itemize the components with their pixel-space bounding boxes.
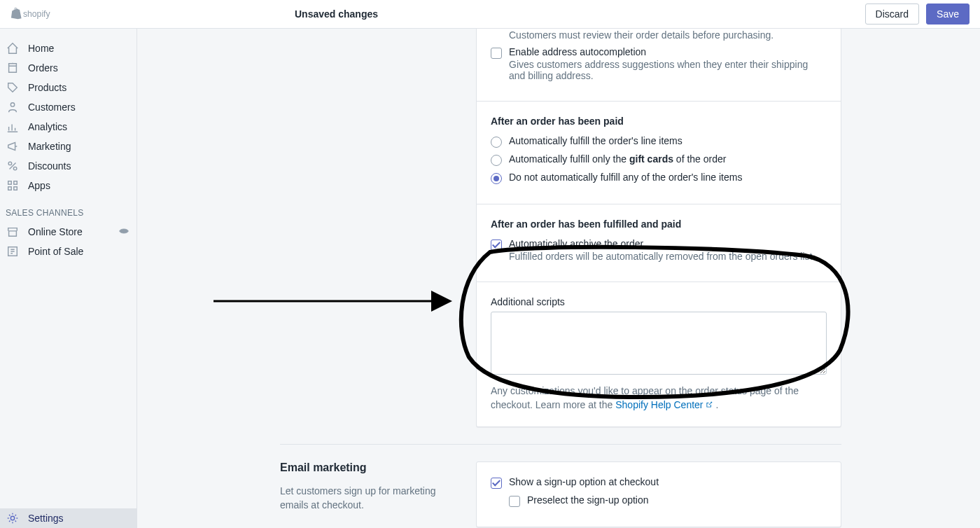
checkbox-icon[interactable] — [509, 496, 520, 507]
nav-label: Marketing — [28, 141, 71, 152]
nav-home[interactable]: Home — [0, 39, 136, 58]
fulfill-giftcards-label: Automatically fulfill only the gift card… — [509, 153, 726, 165]
nav-pos[interactable]: Point of Sale — [0, 242, 136, 261]
analytics-icon — [6, 120, 20, 134]
nav-label: Customers — [28, 102, 76, 113]
svg-rect-5 — [14, 181, 18, 185]
nav-label: Orders — [28, 62, 58, 74]
svg-point-1 — [10, 103, 14, 106]
nav-label: Point of Sale — [28, 246, 83, 257]
archive-order-desc: Fulfilled orders will be automatically r… — [509, 251, 815, 262]
show-signup-label: Show a sign-up option at checkout — [509, 476, 659, 487]
nav-discounts[interactable]: Discounts — [0, 156, 136, 176]
help-center-link[interactable]: Shopify Help Center — [615, 399, 713, 410]
review-order-desc: Customers must review their order detail… — [509, 29, 774, 41]
radio-icon[interactable] — [491, 155, 502, 166]
svg-rect-6 — [8, 187, 12, 190]
nav-online-store[interactable]: Online Store — [0, 222, 136, 242]
save-button[interactable]: Save — [926, 4, 969, 25]
nav-label: Apps — [28, 180, 50, 191]
discard-button[interactable]: Discard — [865, 4, 919, 25]
fulfill-giftcards-choice[interactable]: Automatically fulfill only the gift card… — [491, 153, 827, 166]
svg-rect-7 — [14, 187, 18, 190]
discounts-icon — [6, 159, 20, 173]
radio-icon[interactable] — [491, 173, 502, 184]
svg-point-9 — [122, 230, 125, 232]
fulfill-all-choice[interactable]: Automatically fulfill the order's line i… — [491, 135, 827, 148]
do-not-fulfill-label: Do not automatically fulfill any of the … — [509, 172, 742, 183]
giftcards-prefix: Automatically fulfill only the — [509, 153, 629, 165]
nav-settings[interactable]: Settings — [0, 508, 136, 528]
help-center-text: Shopify Help Center — [615, 399, 703, 410]
sales-channels-heading: SALES CHANNELS — [0, 195, 136, 222]
checkbox-icon[interactable] — [491, 478, 502, 489]
checkbox-icon[interactable] — [491, 48, 502, 59]
review-order-desc-row: Customers must review their order detail… — [509, 29, 827, 41]
do-not-fulfill-choice[interactable]: Do not automatically fulfill any of the … — [491, 172, 827, 184]
eye-icon[interactable] — [118, 225, 130, 239]
enable-autocomplete-choice[interactable]: Enable address autocompletion Gives cust… — [491, 46, 827, 81]
topbar: shopify Unsaved changes Discard Save — [0, 0, 980, 29]
nav-label: Discounts — [28, 160, 71, 172]
customers-icon — [6, 100, 20, 114]
additional-scripts-desc: Any customizations you'd like to appear … — [491, 384, 827, 412]
brand-logo[interactable]: shopify — [10, 6, 137, 22]
radio-icon[interactable] — [491, 137, 502, 148]
giftcards-suffix: of the order — [673, 153, 727, 165]
nav-orders[interactable]: Orders — [0, 58, 136, 78]
home-icon — [6, 41, 20, 55]
nav-products[interactable]: Products — [0, 78, 136, 97]
pos-icon — [6, 244, 20, 258]
marketing-icon — [6, 139, 20, 153]
nav-label: Analytics — [28, 121, 67, 132]
nav-label: Home — [28, 43, 54, 54]
products-icon — [6, 81, 20, 95]
nav-customers[interactable]: Customers — [0, 97, 136, 117]
email-marketing-heading: Email marketing — [280, 461, 455, 474]
svg-point-11 — [10, 516, 14, 520]
fulfilled-section-title: After an order has been fulfilled and pa… — [491, 218, 827, 230]
sales-channels-label: SALES CHANNELS — [6, 208, 84, 218]
svg-point-2 — [8, 162, 12, 165]
checkbox-icon[interactable] — [491, 239, 502, 251]
enable-autocomplete-desc: Gives customers address suggestions when… — [509, 59, 827, 81]
main-content: Customers must review their order detail… — [137, 29, 980, 528]
email-marketing-card: Show a sign-up option at checkout Presel… — [476, 461, 841, 527]
additional-scripts-label: Additional scripts — [491, 296, 827, 307]
archive-order-label: Automatically archive the order — [509, 238, 815, 249]
show-signup-choice[interactable]: Show a sign-up option at checkout — [491, 476, 827, 489]
nav-apps[interactable]: Apps — [0, 176, 136, 195]
email-marketing-desc: Let customers sign up for marketing emai… — [280, 484, 455, 513]
nav-label: Products — [28, 82, 66, 93]
external-link-icon — [705, 401, 713, 409]
giftcards-bold: gift cards — [629, 153, 673, 165]
svg-text:shopify: shopify — [23, 9, 51, 19]
fulfill-all-label: Automatically fulfill the order's line i… — [509, 135, 682, 146]
nav-analytics[interactable]: Analytics — [0, 117, 136, 137]
shopify-logo-icon: shopify — [10, 6, 59, 22]
section-divider — [280, 444, 841, 445]
sidebar: Home Orders Products Customers Analytics… — [0, 29, 137, 528]
svg-point-3 — [13, 167, 17, 170]
nav-label: Settings — [28, 513, 64, 524]
paid-section-title: After an order has been paid — [491, 116, 827, 127]
preselect-signup-choice[interactable]: Preselect the sign-up option — [509, 494, 827, 507]
gear-icon — [6, 511, 20, 525]
scripts-desc-suffix: . — [713, 399, 719, 410]
additional-scripts-textarea[interactable] — [491, 312, 827, 375]
nav-marketing[interactable]: Marketing — [0, 137, 136, 156]
order-processing-card: Customers must review their order detail… — [476, 29, 841, 427]
store-icon — [6, 225, 20, 239]
archive-order-choice[interactable]: Automatically archive the order Fulfille… — [491, 238, 827, 262]
nav-main: Home Orders Products Customers Analytics… — [0, 29, 136, 195]
svg-rect-4 — [8, 181, 12, 185]
topbar-title: Unsaved changes — [295, 8, 378, 20]
orders-icon — [6, 61, 20, 75]
topbar-actions: Discard Save — [865, 4, 969, 25]
enable-autocomplete-label: Enable address autocompletion — [509, 46, 827, 57]
preselect-signup-label: Preselect the sign-up option — [527, 494, 649, 506]
apps-icon — [6, 179, 20, 193]
nav-label: Online Store — [28, 226, 83, 237]
